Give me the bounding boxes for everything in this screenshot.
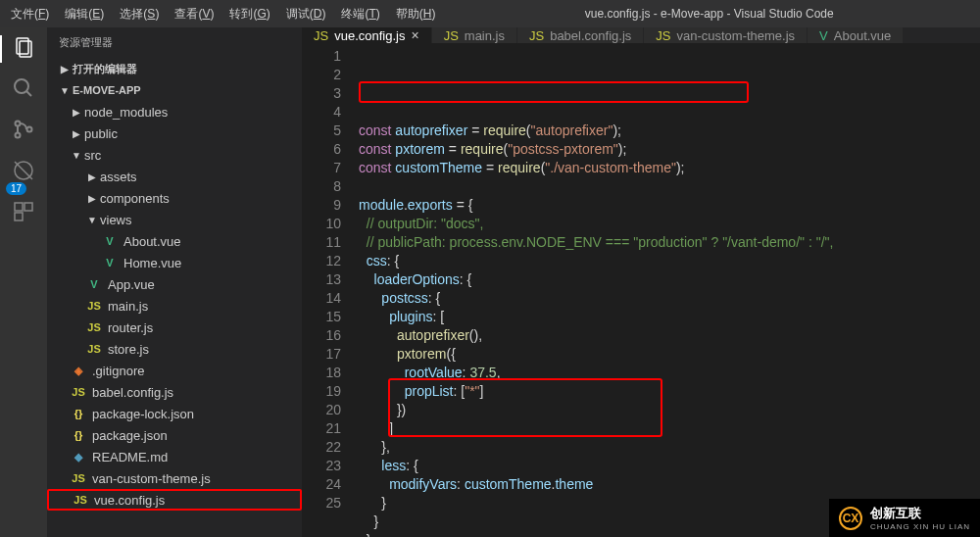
tab-vue-config-js[interactable]: JSvue.config.js× bbox=[302, 27, 432, 43]
close-icon[interactable]: × bbox=[411, 27, 418, 43]
code-line-7[interactable]: // publicPath: process.env.NODE_ENV === … bbox=[359, 233, 980, 252]
tree-label: vue.config.js bbox=[94, 493, 165, 508]
svg-point-6 bbox=[27, 127, 32, 132]
tree-label: van-custom-theme.js bbox=[92, 471, 211, 486]
tree-label: .gitignore bbox=[92, 364, 144, 378]
code-line-15[interactable]: propList: ["*"] bbox=[359, 382, 980, 401]
svg-rect-11 bbox=[15, 213, 23, 220]
menu-item[interactable]: 编辑(E) bbox=[58, 2, 111, 26]
code-editor[interactable]: 1234567891011121314151617181920212223242… bbox=[302, 43, 980, 537]
menu-item[interactable]: 转到(G) bbox=[222, 2, 276, 26]
watermark-logo: CX bbox=[839, 507, 862, 530]
editor-area: JSvue.config.js×JSmain.jsJSbabel.config.… bbox=[302, 27, 980, 537]
tree-label: package-lock.json bbox=[92, 407, 194, 421]
menu-item[interactable]: 选择(S) bbox=[113, 2, 166, 26]
code-line-9[interactable]: loaderOptions: { bbox=[359, 270, 980, 289]
tree-item-package-lock-json[interactable]: {}package-lock.json bbox=[47, 403, 302, 424]
tab-main-js[interactable]: JSmain.js bbox=[432, 27, 517, 43]
tree-item-README-md[interactable]: ◆README.md bbox=[47, 446, 302, 467]
code-line-16[interactable]: }) bbox=[359, 401, 980, 419]
code-line-19[interactable]: less: { bbox=[359, 457, 980, 475]
code-line-2[interactable]: const pxtorem = require("postcss-pxtorem… bbox=[359, 140, 980, 159]
tree-item--gitignore[interactable]: ◈.gitignore bbox=[47, 360, 302, 381]
menu-item[interactable]: 调试(D) bbox=[279, 2, 333, 26]
tree-item-views[interactable]: ▼views bbox=[47, 209, 302, 230]
code-line-12[interactable]: autoprefixer(), bbox=[359, 326, 980, 345]
code-line-5[interactable]: module.exports = { bbox=[359, 196, 980, 215]
tree-label: views bbox=[100, 213, 132, 227]
tree-label: node_modules bbox=[84, 105, 168, 120]
active-indicator bbox=[0, 35, 2, 63]
tree-item-Home-vue[interactable]: VHome.vue bbox=[47, 252, 302, 273]
tab-About-vue[interactable]: VAbout.vue bbox=[808, 27, 904, 43]
code-line-14[interactable]: rootValue: 37.5, bbox=[359, 364, 980, 382]
tree-label: src bbox=[84, 148, 101, 163]
code-line-10[interactable]: postcss: { bbox=[359, 289, 980, 308]
section-label: 打开的编辑器 bbox=[73, 62, 137, 76]
svg-point-2 bbox=[15, 79, 28, 93]
tree-label: components bbox=[100, 191, 170, 206]
tab-babel-config-js[interactable]: JSbabel.config.js bbox=[517, 27, 644, 43]
window-title: vue.config.js - e-Move-app - Visual Stud… bbox=[442, 7, 976, 21]
tree-item-public[interactable]: ▶public bbox=[47, 122, 302, 144]
tree-label: babel.config.js bbox=[92, 385, 173, 400]
tree-label: About.vue bbox=[123, 234, 181, 249]
tree-item-App-vue[interactable]: VApp.vue bbox=[47, 273, 302, 295]
tab-van-custom-theme-js[interactable]: JSvan-custom-theme.js bbox=[644, 27, 808, 43]
tree-item-components[interactable]: ▶components bbox=[47, 187, 302, 209]
code-line-13[interactable]: pxtorem({ bbox=[359, 345, 980, 364]
code-line-3[interactable]: const customTheme = require("./van-custo… bbox=[359, 159, 980, 177]
code-line-17[interactable]: ] bbox=[359, 419, 980, 438]
highlight-line3 bbox=[359, 81, 749, 103]
code-line-8[interactable]: css: { bbox=[359, 252, 980, 270]
source-control-icon[interactable] bbox=[12, 118, 35, 141]
code-line-4[interactable] bbox=[359, 177, 980, 196]
svg-line-3 bbox=[26, 91, 31, 96]
menu-item[interactable]: 终端(T) bbox=[334, 2, 386, 26]
search-icon[interactable] bbox=[12, 76, 35, 100]
tab-bar: JSvue.config.js×JSmain.jsJSbabel.config.… bbox=[302, 27, 980, 43]
tree-item-src[interactable]: ▼src bbox=[47, 144, 302, 166]
debug-icon[interactable] bbox=[12, 159, 35, 182]
tree-item-node_modules[interactable]: ▶node_modules bbox=[47, 101, 302, 122]
menu-bar: 文件(F)编辑(E)选择(S)查看(V)转到(G)调试(D)终端(T)帮助(H) bbox=[4, 2, 442, 26]
watermark-brand: 创新互联 bbox=[870, 505, 970, 522]
code-line-6[interactable]: // outputDir: "docs", bbox=[359, 215, 980, 233]
tree-label: router.js bbox=[108, 320, 153, 335]
menu-item[interactable]: 帮助(H) bbox=[389, 2, 443, 26]
tree-item-store-js[interactable]: JSstore.js bbox=[47, 338, 302, 360]
code-line-20[interactable]: modifyVars: customTheme.theme bbox=[359, 475, 980, 494]
tree-label: store.js bbox=[108, 342, 149, 357]
extensions-icon[interactable] bbox=[12, 200, 35, 223]
tree-item-van-custom-theme-js[interactable]: JSvan-custom-theme.js bbox=[47, 467, 302, 489]
tree-item-vue-config-js[interactable]: JSvue.config.js bbox=[47, 489, 302, 511]
file-tree: ▶ 打开的编辑器 ▼ E-MOVE-APP ▶node_modules▶publ… bbox=[47, 58, 302, 537]
tree-label: package.json bbox=[92, 428, 168, 443]
watermark: CX 创新互联 CHUANG XIN HU LIAN bbox=[829, 499, 980, 537]
open-editors-section[interactable]: ▶ 打开的编辑器 bbox=[47, 58, 302, 79]
code-line-1[interactable]: const autoprefixer = require("autoprefix… bbox=[359, 122, 980, 140]
tab-label: About.vue bbox=[834, 28, 892, 43]
watermark-sub: CHUANG XIN HU LIAN bbox=[870, 522, 970, 531]
tree-label: App.vue bbox=[108, 277, 155, 292]
svg-rect-9 bbox=[15, 203, 23, 211]
tree-item-router-js[interactable]: JSrouter.js bbox=[47, 317, 302, 338]
tree-item-About-vue[interactable]: VAbout.vue bbox=[47, 230, 302, 252]
tree-item-assets[interactable]: ▶assets bbox=[47, 166, 302, 187]
tab-label: main.js bbox=[465, 28, 505, 43]
tree-item-main-js[interactable]: JSmain.js bbox=[47, 295, 302, 317]
explorer-icon[interactable] bbox=[12, 35, 35, 59]
tree-label: assets bbox=[100, 170, 137, 184]
scm-badge: 17 bbox=[6, 182, 26, 195]
line-gutter: 1234567891011121314151617181920212223242… bbox=[302, 43, 359, 537]
tree-item-package-json[interactable]: {}package.json bbox=[47, 424, 302, 446]
code-line-18[interactable]: }, bbox=[359, 438, 980, 457]
menu-item[interactable]: 文件(F) bbox=[4, 2, 56, 26]
code-content[interactable]: const autoprefixer = require("autoprefix… bbox=[359, 43, 980, 537]
tree-item-babel-config-js[interactable]: JSbabel.config.js bbox=[47, 381, 302, 403]
project-section[interactable]: ▼ E-MOVE-APP bbox=[47, 79, 302, 101]
tree-label: Home.vue bbox=[123, 256, 181, 270]
code-line-11[interactable]: plugins: [ bbox=[359, 308, 980, 326]
menu-item[interactable]: 查看(V) bbox=[168, 2, 220, 26]
sidebar-title: 资源管理器 bbox=[47, 27, 302, 58]
